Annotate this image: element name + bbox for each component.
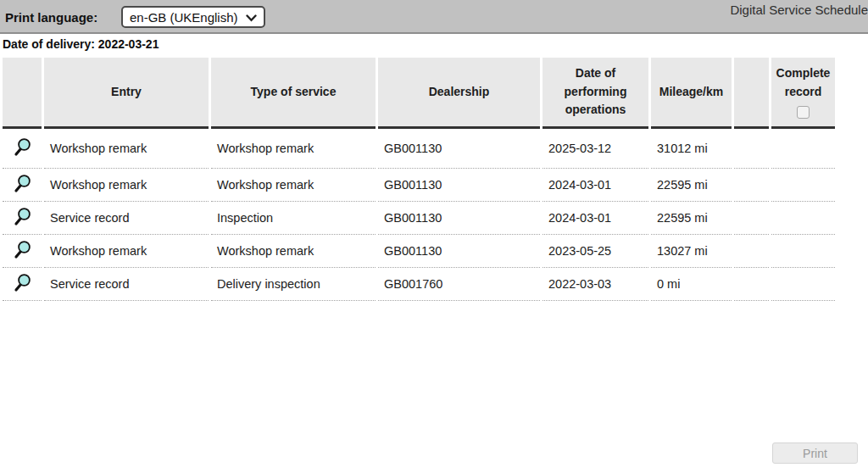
- date-cell: 2022-03-03: [542, 268, 648, 301]
- digital-service-schedule-screen: Print language: en-GB (UKEnglish) Digita…: [0, 0, 868, 473]
- app-title: Digital Service Schedule: [730, 3, 868, 17]
- entry-cell: Workshop remark: [44, 169, 209, 202]
- table-row: Service recordInspectionGB0011302024-03-…: [3, 202, 835, 235]
- header-complete-record: Complete record: [771, 58, 835, 129]
- type-of-service-cell: Workshop remark: [211, 169, 376, 202]
- top-toolbar: Print language: en-GB (UKEnglish) Digita…: [0, 0, 868, 34]
- mileage-cell: 22595 mi: [651, 169, 732, 202]
- table-header-row: Entry Type of service Dealership Date of…: [3, 58, 835, 129]
- header-mileage: Mileage/km: [651, 58, 732, 129]
- entry-cell: Workshop remark: [44, 235, 209, 268]
- view-record-cell: [3, 129, 42, 169]
- spacer-cell: [734, 129, 769, 169]
- complete-record-cell: [771, 202, 835, 235]
- magnifier-icon[interactable]: [13, 136, 32, 158]
- dealership-cell: GB001130: [378, 169, 540, 202]
- view-record-cell: [3, 202, 42, 235]
- header-dealership: Dealership: [378, 58, 540, 129]
- magnifier-icon[interactable]: [13, 239, 32, 260]
- magnifier-icon[interactable]: [13, 173, 32, 194]
- print-language-label: Print language:: [5, 10, 97, 25]
- print-button[interactable]: Print: [772, 442, 858, 464]
- date-cell: 2023-05-25: [542, 235, 648, 268]
- magnifier-icon[interactable]: [13, 272, 32, 293]
- view-record-cell: [3, 169, 42, 202]
- date-cell: 2024-03-01: [542, 169, 648, 202]
- complete-record-cell: [771, 169, 835, 202]
- complete-record-checkbox[interactable]: [797, 106, 810, 119]
- type-of-service-cell: Delivery inspection: [211, 268, 376, 301]
- date-of-delivery: Date of delivery: 2022-03-21: [3, 37, 159, 51]
- spacer-cell: [734, 202, 769, 235]
- magnifier-icon[interactable]: [13, 206, 32, 227]
- type-of-service-cell: Workshop remark: [211, 235, 376, 268]
- dealership-cell: GB001130: [378, 235, 540, 268]
- date-cell: 2025-03-12: [542, 129, 648, 169]
- mileage-cell: 13027 mi: [651, 235, 732, 268]
- table-row: Workshop remarkWorkshop remarkGB00113020…: [3, 235, 835, 268]
- complete-record-cell: [771, 268, 835, 301]
- view-record-cell: [3, 268, 42, 301]
- mileage-cell: 0 mi: [651, 268, 732, 301]
- type-of-service-cell: Workshop remark: [211, 129, 376, 169]
- table-row: Service recordDelivery inspectionGB00176…: [3, 268, 835, 301]
- type-of-service-cell: Inspection: [211, 202, 376, 235]
- dealership-cell: GB001130: [378, 202, 540, 235]
- entry-cell: Workshop remark: [44, 129, 209, 169]
- entry-cell: Service record: [44, 202, 209, 235]
- print-language-value: en-GB (UKEnglish): [130, 10, 238, 25]
- spacer-cell: [734, 235, 769, 268]
- mileage-cell: 22595 mi: [651, 202, 732, 235]
- complete-record-label: Complete record: [776, 66, 831, 98]
- chevron-down-icon: [246, 14, 257, 22]
- complete-record-cell: [771, 235, 835, 268]
- header-entry: Entry: [44, 58, 209, 129]
- view-record-cell: [3, 235, 42, 268]
- print-language-select[interactable]: en-GB (UKEnglish): [121, 6, 265, 28]
- entry-cell: Service record: [44, 268, 209, 301]
- dealership-cell: GB001130: [378, 129, 540, 169]
- date-cell: 2024-03-01: [542, 202, 648, 235]
- header-type-of-service: Type of service: [211, 58, 376, 129]
- dealership-cell: GB001760: [378, 268, 540, 301]
- table-row: Workshop remarkWorkshop remarkGB00113020…: [3, 169, 835, 202]
- complete-record-cell: [771, 129, 835, 169]
- header-spacer-column: [734, 58, 769, 129]
- mileage-cell: 31012 mi: [651, 129, 732, 169]
- spacer-cell: [734, 169, 769, 202]
- service-history-table: Entry Type of service Dealership Date of…: [0, 58, 837, 301]
- header-date-of-performing-operations: Date of performing operations: [542, 58, 648, 129]
- header-icon-column: [3, 58, 42, 129]
- table-body: Workshop remarkWorkshop remarkGB00113020…: [3, 129, 835, 301]
- spacer-cell: [734, 268, 769, 301]
- table-row: Workshop remarkWorkshop remarkGB00113020…: [3, 129, 835, 169]
